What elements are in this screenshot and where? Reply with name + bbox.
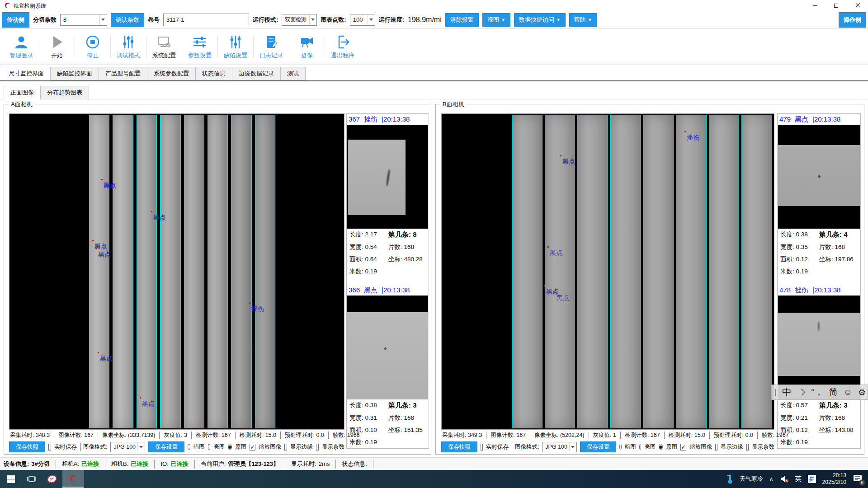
vision-app-taskbar-button[interactable] — [62, 470, 84, 488]
defect-settings-button[interactable]: 缺陷设置 — [218, 31, 253, 63]
view-menu-button[interactable]: 视图▼ — [482, 13, 510, 27]
original-image-radio[interactable] — [228, 444, 232, 450]
camera-b-image-canvas: 挫伤黑点黑点黑点黑点 — [441, 113, 774, 430]
defect-thumbnail — [347, 296, 428, 399]
parameter-settings-button[interactable]: 参数设置 — [182, 31, 217, 63]
run-mode-select[interactable]: 双面检测 — [282, 14, 317, 26]
ime-language-bar: 中 ☽ °， 简 ☺ ⚙ — [771, 385, 868, 400]
show-strip-count-checkbox[interactable] — [746, 444, 749, 450]
ime-settings-gear-icon[interactable]: ⚙ — [858, 387, 866, 398]
defect-header: 366 黑点 |20:13:38 — [347, 285, 429, 296]
show-edge-checkbox[interactable] — [715, 444, 717, 450]
clock-time: 20:13 — [822, 472, 846, 479]
roll-number-input[interactable] — [163, 14, 249, 26]
minimize-button[interactable] — [804, 0, 826, 11]
zoom-image-label: 缩放图像 — [689, 443, 712, 451]
task-view-button[interactable] — [22, 470, 42, 488]
save-settings-button[interactable]: 保存设置 — [580, 441, 616, 452]
language-indicator[interactable]: 英 — [795, 475, 802, 483]
ime-punctuation-icon[interactable]: °， — [811, 386, 823, 398]
start-menu-button[interactable] — [0, 470, 22, 488]
defect-card[interactable]: 367 挫伤 |20:13:38 长度: 2.17 第几条: 8 宽度: 0.5… — [347, 114, 429, 276]
image-format-select[interactable]: JPG 100 — [542, 442, 577, 452]
bright-image-radio[interactable] — [639, 444, 642, 450]
slit-count-select[interactable]: 8 — [60, 14, 107, 26]
zoom-image-checkbox[interactable] — [250, 444, 255, 450]
stat-width: 宽度: 0.21 — [780, 414, 819, 422]
tab-status-info[interactable]: 状态信息 — [196, 67, 232, 80]
show-strip-count-checkbox[interactable] — [316, 444, 319, 450]
video-capture-button[interactable]: 摄像 — [289, 31, 325, 63]
start-button[interactable]: 开始 — [39, 31, 75, 63]
chart-points-select[interactable]: 100 — [350, 14, 375, 26]
defect-card[interactable]: 478 挫伤 |20:13:38 长度: 0.57 第几条: 3 宽度: 0.2… — [778, 285, 860, 446]
tab-product-model-config[interactable]: 产品型号配置 — [99, 67, 147, 80]
tab-defect-monitor[interactable]: 缺陷监控界面 — [51, 67, 99, 80]
operation-side-button[interactable]: 操作侧 — [839, 12, 866, 28]
stat-length: 长度: 0.57 — [780, 401, 819, 410]
system-config-button[interactable]: 系统配置 — [146, 31, 182, 63]
admin-login-button[interactable]: 管理登录 — [4, 31, 39, 63]
defect-annotation-label: 黑点 — [142, 400, 155, 408]
defect-id: 366 — [349, 286, 360, 295]
menu-caret-icon: ▼ — [588, 18, 592, 22]
zoom-image-checkbox[interactable] — [680, 444, 686, 450]
ime-emoji-icon[interactable]: ☺ — [844, 387, 852, 397]
realtime-save-checkbox[interactable] — [481, 444, 483, 450]
ime-chinese-mode-button[interactable]: 中 — [782, 386, 792, 399]
debug-mode-button[interactable]: 调试模式 — [111, 31, 146, 63]
hidden-icons-chevron[interactable]: ∧ — [769, 476, 774, 482]
defect-card[interactable]: 366 黑点 |20:13:38 长度: 0.38 第几条: 3 宽度: 0.3… — [347, 285, 429, 446]
realtime-save-checkbox[interactable] — [48, 444, 51, 450]
clear-alarm-button[interactable]: 清除报警 — [445, 13, 479, 27]
weather-text[interactable]: 天气寒冷 — [740, 475, 763, 483]
defect-annotation-label: 黑点 — [153, 214, 166, 222]
notification-center-button[interactable]: 6 — [853, 474, 863, 484]
run-mode-value: 双面检测 — [285, 16, 307, 23]
taskbar-clock[interactable]: 20:13 2025/2/10 — [822, 472, 846, 486]
ime-drag-handle-icon[interactable] — [775, 389, 776, 396]
defect-annotation-label: 黑点 — [562, 158, 575, 166]
camera-a-title: A面相机 — [9, 100, 35, 108]
original-image-radio[interactable] — [659, 444, 663, 450]
camera-b-status-line: 采集耗时: 349.3 图像计数: 167 像素坐标: (5202,24) 灰度… — [441, 432, 774, 439]
tab-size-monitor[interactable]: 尺寸监控界面 — [2, 67, 51, 80]
bright-image-radio[interactable] — [208, 444, 211, 450]
realtime-save-label: 实时保存 — [54, 443, 77, 451]
tab-system-parameter-config[interactable]: 系统参数配置 — [147, 67, 196, 80]
confirm-count-button[interactable]: 确认条数 — [111, 13, 144, 27]
show-edge-checkbox[interactable] — [284, 444, 287, 450]
stat-coord: 坐标: 151.35 — [388, 426, 428, 434]
defect-card[interactable]: 479 黑点 |20:13:38 长度: 0.38 第几条: 4 宽度: 0.3… — [778, 114, 860, 276]
save-snapshot-button[interactable]: 保存快照 — [9, 441, 45, 452]
dark-image-radio[interactable] — [619, 444, 622, 450]
slit-count-value: 8 — [63, 16, 66, 23]
maximize-button[interactable] — [826, 0, 847, 11]
save-settings-button[interactable]: 保存设置 — [148, 441, 184, 452]
roll-number-label: 卷号 — [148, 16, 160, 24]
status-detect-count: 检测计数: 167 — [621, 432, 665, 439]
debug-sliders-icon — [121, 34, 136, 50]
snipping-tool-button[interactable]: ✂ — [42, 470, 62, 488]
log-record-button[interactable]: 日志记录 — [254, 31, 289, 63]
status-pixel-coord: 像素坐标: (5202,24) — [530, 432, 589, 439]
ime-simplified-button[interactable]: 简 — [829, 386, 838, 398]
subtab-front-image[interactable]: 正面图像 — [4, 86, 41, 99]
close-button[interactable] — [847, 0, 868, 11]
image-format-select[interactable]: JPG 100 — [110, 442, 145, 452]
tab-edge-data-record[interactable]: 边缘数据记录 — [232, 67, 281, 80]
speaker-muted-icon[interactable] — [780, 475, 789, 483]
ime-halfwidth-icon[interactable]: ☽ — [797, 387, 805, 398]
dark-image-radio[interactable] — [188, 444, 190, 450]
status-frame-count: 帧数: 1966 — [329, 432, 364, 439]
save-snapshot-button[interactable]: 保存快照 — [441, 441, 477, 452]
status-gray-value: 灰度值: 3 — [160, 432, 191, 439]
stop-button[interactable]: 停止 — [75, 31, 110, 63]
transmission-side-button[interactable]: 传动侧 — [2, 12, 29, 28]
data-quick-access-menu-button[interactable]: 数据快捷访问▼ — [514, 13, 566, 27]
ime-pinyin-indicator[interactable]: 拼 — [808, 475, 816, 483]
subtab-distribution-trend-chart[interactable]: 分布趋势图表 — [41, 86, 89, 99]
exit-program-button[interactable]: 退出程序 — [325, 31, 360, 63]
help-menu-button[interactable]: 帮助▼ — [569, 13, 597, 27]
tab-test[interactable]: 测试 — [281, 67, 306, 80]
